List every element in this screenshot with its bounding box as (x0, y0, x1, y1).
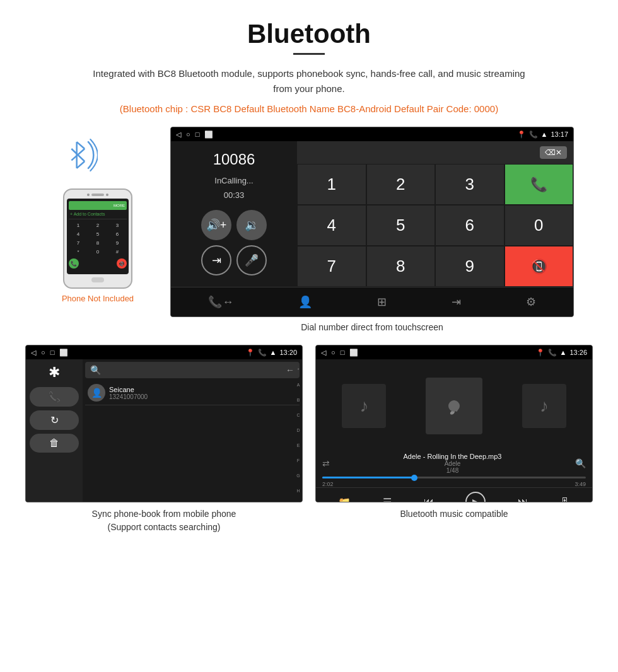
dial-input-row: ⌫✕ (297, 141, 573, 164)
android-status-bar: ◁ ○ □ ⬜ 📍 📞 ▲ 13:17 (171, 127, 573, 141)
music-folder-icon[interactable]: 📁 (338, 496, 351, 503)
phone-home-btn (91, 277, 104, 282)
contacts-search-bar: 🔍 ← (85, 362, 300, 378)
vol-down-btn[interactable]: 🔉 (236, 210, 267, 240)
nav-phone-icon[interactable]: 📞↔ (201, 293, 241, 311)
alphabet-bar: * A B C D E F G H I (294, 359, 302, 502)
cs-delete-btn[interactable]: 🗑 (30, 434, 79, 453)
music-status-left: ◁ ○ □ ⬜ (321, 349, 358, 357)
bluetooth-icon-area (66, 133, 129, 183)
phone-bottom-btns: 📞 📵 (69, 258, 127, 269)
phone-mockup: MORE + Add to Contacts 1 2 3 4 5 6 7 8 9 (63, 188, 132, 289)
m-recent-icon: □ (341, 349, 345, 356)
dial-screen-container: ◁ ○ □ ⬜ 📍 📞 ▲ 13:17 (170, 127, 574, 332)
vol-up-btn[interactable]: 🔊+ (201, 210, 231, 240)
nav-settings-icon[interactable]: ⚙ (518, 293, 544, 311)
nav-contacts-icon[interactable]: 👤 (291, 293, 320, 311)
key-1[interactable]: 1 (297, 164, 366, 205)
top-section: MORE + Add to Contacts 1 2 3 4 5 6 7 8 9 (25, 127, 593, 332)
gps-icon: 📍 (517, 130, 526, 139)
music-time-total: 3:49 (574, 481, 586, 487)
key-8[interactable]: 8 (366, 246, 436, 287)
music-album-center: ♪ (426, 378, 482, 434)
key-5[interactable]: 5 (366, 205, 436, 246)
contact-row: 👤 Seicane 13241007000 (85, 381, 300, 405)
music-album-left: ♪ (342, 384, 386, 428)
mute-btn[interactable]: 🎤 (236, 245, 267, 275)
dial-calling-text: InCalling... (214, 176, 253, 185)
music-progress-fill (322, 477, 414, 478)
back-icon: ◁ (176, 130, 181, 139)
dial-delete-btn[interactable]: ⌫✕ (540, 146, 567, 159)
call-end-btn[interactable]: 📵 (504, 246, 574, 287)
bt-sidebar-icon: ✱ (30, 364, 79, 381)
key-6[interactable]: 6 (435, 205, 504, 246)
key-0[interactable]: 0 (504, 205, 574, 246)
music-status-right: 📍 📞 ▲ 13:26 (536, 349, 587, 357)
c-back-icon: ◁ (31, 349, 36, 357)
dial-nav-bar: 📞↔ 👤 ⊞ ⇥ ⚙ (171, 287, 573, 316)
search-music-icon[interactable]: 🔍 (575, 458, 586, 468)
home-icon: ○ (186, 130, 190, 138)
music-time-row: 2:02 3:49 (322, 481, 586, 487)
key-3[interactable]: 3 (435, 164, 504, 205)
music-status-bar: ◁ ○ □ ⬜ 📍 📞 ▲ 13:26 (316, 345, 592, 359)
phone-screen: MORE + Add to Contacts 1 2 3 4 5 6 7 8 9 (67, 199, 129, 274)
dial-timer: 00:33 (224, 190, 245, 200)
music-caption: Bluetooth music compatible (315, 507, 593, 521)
key-7[interactable]: 7 (297, 246, 366, 287)
c-call-icon: 📞 (258, 349, 267, 357)
page-highlight: (Bluetooth chip : CSR BC8 Default Blueto… (88, 101, 530, 117)
dial-keypad: ⌫✕ 1 2 3 📞 4 5 6 0 7 8 (297, 141, 573, 287)
page-container: Bluetooth Integrated with BC8 Bluetooth … (0, 0, 618, 559)
cs-phone-btn[interactable]: 📞 (30, 387, 79, 407)
music-title-row: ⇄ Adele - Rolling In the Deep.mp3 Adele … (322, 453, 586, 474)
call-accept-btn[interactable]: 📞 (504, 164, 574, 205)
dial-extra-row: ⇥ 🎤 (201, 245, 267, 275)
bottom-section: ◁ ○ □ ⬜ 📍 📞 ▲ 13:20 ✱ (25, 345, 593, 534)
contacts-caption-line2: (Support contacts searching) (108, 522, 221, 532)
music-eq-icon[interactable]: 🎚 (560, 496, 570, 502)
contacts-status-right: 📍 📞 ▲ 13:20 (246, 349, 297, 357)
search-back-icon[interactable]: ← (286, 365, 294, 375)
nav-transfer-icon[interactable]: ⇥ (444, 293, 469, 311)
dial-caption: Dial number direct from touchscreen (170, 322, 574, 332)
svg-line-1 (77, 142, 85, 149)
contacts-status-bar: ◁ ○ □ ⬜ 📍 📞 ▲ 13:20 (26, 345, 302, 359)
contacts-screen: ◁ ○ □ ⬜ 📍 📞 ▲ 13:20 ✱ (25, 345, 303, 502)
music-album-dot (448, 400, 460, 412)
title-underline (293, 53, 325, 55)
contact-name: Seicane (109, 386, 297, 393)
music-next-icon[interactable]: ⏭ (518, 496, 528, 502)
music-main: ♪ ♪ ♪ (316, 359, 592, 453)
status-right: 📍 📞 ▲ 13:17 (517, 130, 568, 139)
wifi-icon: ▲ (541, 130, 548, 138)
key-9[interactable]: 9 (435, 246, 504, 287)
m-wifi-icon: ▲ (560, 349, 567, 356)
key-4[interactable]: 4 (297, 205, 366, 246)
music-list-icon[interactable]: ☰ (383, 496, 392, 503)
contact-info: Seicane 13241007000 (109, 386, 297, 400)
key-2[interactable]: 2 (366, 164, 436, 205)
transfer-btn[interactable]: ⇥ (201, 245, 231, 275)
music-progress-dot[interactable] (411, 475, 417, 481)
contact-avatar: 👤 (88, 384, 105, 402)
m-screenshot-icon: ⬜ (349, 349, 358, 357)
contacts-main-wrapper: 🔍 ← 👤 Seicane 13241007000 (83, 359, 302, 502)
screenshot-icon: ⬜ (204, 130, 213, 139)
recent-icon: □ (195, 130, 200, 138)
music-song-title: Adele - Rolling In the Deep.mp3 (404, 453, 502, 460)
music-prev-icon[interactable]: ⏮ (424, 496, 434, 502)
shuffle-icon[interactable]: ⇄ (322, 458, 330, 468)
svg-line-3 (77, 161, 85, 168)
contacts-main: 🔍 ← 👤 Seicane 13241007000 (83, 359, 302, 408)
nav-dialpad-icon[interactable]: ⊞ (370, 293, 394, 311)
cs-sync-btn[interactable]: ↻ (30, 410, 79, 430)
phone-green-bar: MORE (69, 201, 127, 210)
dial-vol-row: 🔊+ 🔉 (201, 210, 267, 240)
music-play-btn[interactable]: ▶ (465, 492, 486, 502)
phone-call-btn: 📞 (69, 258, 79, 269)
dial-content: 10086 InCalling... 00:33 🔊+ 🔉 ⇥ 🎤 (171, 141, 573, 287)
m-gps-icon: 📍 (536, 349, 545, 357)
dial-number: 10086 (213, 151, 255, 168)
